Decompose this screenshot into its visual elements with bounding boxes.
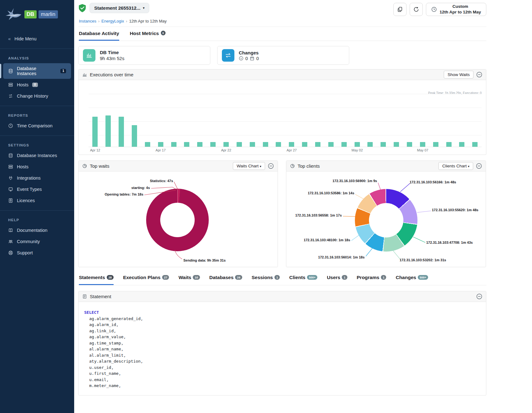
statement-panel-title: Statement [90, 294, 111, 299]
sidebar-item-time-comparison[interactable]: Time Comparison [3, 120, 71, 131]
execution-bar[interactable] [158, 142, 163, 147]
execution-bar[interactable] [171, 142, 176, 147]
execution-bar[interactable] [197, 142, 202, 147]
clients-chart-dropdown[interactable]: Clients Chart ▾ [438, 162, 473, 170]
sidebar-item-community[interactable]: Community [3, 236, 71, 247]
execution-bar[interactable] [237, 142, 242, 147]
execution-bar[interactable] [381, 142, 386, 147]
hide-menu-button[interactable]: « Hide Menu [3, 33, 71, 44]
page-tabs: Database Activity Host Metrics 0 [78, 27, 486, 41]
tab-statements[interactable]: Statements28 [79, 275, 114, 285]
clients-donut[interactable] [355, 189, 417, 252]
sql-line: u.user_id, [84, 365, 486, 371]
db-time-chart-icon [83, 49, 95, 62]
execution-bar[interactable] [446, 142, 452, 147]
time-range-button[interactable]: Custom 12th Apr to 12th May [426, 3, 486, 16]
execution-bar[interactable] [289, 142, 294, 147]
executions-panel: Executions over time Show Waits Peak Tim… [78, 69, 486, 155]
statement-selector-dropdown[interactable]: Statement 2655312... ▾ [90, 3, 149, 13]
tab-clients[interactable]: Clients500+ [289, 275, 317, 285]
execution-bar[interactable] [315, 142, 320, 147]
sidebar-item-hosts[interactable]: Hosts 0 [3, 79, 71, 90]
execution-bar[interactable] [459, 142, 464, 147]
sql-line: aty.alarm_description, [84, 358, 486, 365]
execution-bar[interactable] [132, 125, 137, 147]
collapse-clients-icon[interactable] [476, 163, 482, 169]
sidebar-item-database-instances[interactable]: Database Instances 1 [3, 63, 71, 79]
tab-changes[interactable]: Changes500+ [396, 275, 428, 285]
show-waits-button[interactable]: Show Waits [444, 71, 473, 79]
count-badge: 1 [60, 69, 66, 73]
execution-bar[interactable] [92, 117, 98, 147]
tab-host-metrics[interactable]: Host Metrics 0 [130, 31, 166, 41]
tab-programs[interactable]: Programs1 [357, 275, 386, 285]
x-axis-tick: May 07 [417, 148, 428, 152]
sidebar-item-label: Database Instances [17, 66, 57, 76]
sidebar-item-change-history[interactable]: Change History [3, 91, 71, 101]
execution-bar[interactable] [407, 142, 412, 147]
executions-chart: Peak Time: 1h 33m 29s, Executions: 0 Apr… [79, 80, 486, 155]
tab-users[interactable]: Users1 [327, 275, 347, 285]
sidebar-item-event-types[interactable]: Event Types [3, 184, 71, 195]
tab-execution-plans[interactable]: Execution Plans27 [123, 275, 169, 285]
waits-chart-dropdown[interactable]: Waits Chart ▾ [233, 162, 265, 170]
execution-bar[interactable] [341, 142, 347, 147]
execution-bar[interactable] [263, 142, 268, 147]
sidebar-item-settings-hosts[interactable]: Hosts [3, 161, 71, 172]
sidebar-item-label: Event Types [17, 187, 42, 192]
refresh-button[interactable] [410, 3, 423, 16]
execution-bar[interactable] [472, 142, 478, 147]
caret-down-icon: ▾ [468, 165, 469, 168]
info-icon [239, 56, 243, 61]
sidebar-item-licences[interactable]: Licences [3, 195, 71, 206]
sidebar-item-support[interactable]: Support [3, 247, 71, 258]
x-axis-tick: Apr 27 [287, 148, 297, 152]
execution-bar[interactable] [105, 115, 111, 147]
execution-bar[interactable] [250, 142, 255, 147]
collapse-executions-icon[interactable] [476, 72, 482, 78]
execution-bar[interactable] [433, 142, 438, 147]
execution-bar[interactable] [210, 142, 216, 147]
change-history-icon [8, 94, 13, 99]
execution-bar[interactable] [302, 142, 307, 147]
execution-bar[interactable] [367, 142, 373, 147]
execution-bar[interactable] [276, 142, 281, 147]
sql-statement-text[interactable]: SELECT ag.alarm_generated_id,ag.alarm_id… [79, 302, 486, 395]
statement-panel: Statement SELECT ag.alarm_generated_id,a… [78, 291, 486, 395]
breadcrumb-instance-name[interactable]: EnergyLogix [101, 19, 124, 23]
execution-bar[interactable] [420, 142, 425, 147]
sidebar-item-label: Community [17, 239, 40, 244]
collapse-statement-icon[interactable] [476, 293, 482, 299]
brand-logo[interactable]: DB marlin [0, 0, 74, 29]
shield-check-icon [78, 4, 86, 13]
waits-donut[interactable] [146, 189, 209, 251]
execution-bar[interactable] [328, 142, 334, 147]
breadcrumb-instances[interactable]: Instances [79, 19, 96, 23]
sql-line: ag.link_id, [84, 328, 486, 334]
top-waits-panel: Top waits Waits Chart ▾ Statistics: 47s [78, 161, 278, 267]
metric-cards: DB Time 9h 43m 52s Changes 0 0 [78, 46, 486, 65]
db-time-card: DB Time 9h 43m 52s [78, 46, 210, 65]
tab-sessions[interactable]: Sessions1 [252, 275, 280, 285]
tab-waits[interactable]: Waits10 [178, 275, 200, 285]
chevrons-left-icon: « [8, 36, 11, 41]
changes-info-count: 0 [245, 56, 248, 61]
copy-button[interactable] [393, 3, 407, 16]
sidebar-item-integrations[interactable]: Integrations [3, 173, 71, 183]
licence-icon [8, 198, 13, 203]
sidebar-item-settings-database-instances[interactable]: Database Instances [3, 150, 71, 161]
execution-bar[interactable] [223, 142, 229, 147]
collapse-waits-icon[interactable] [268, 163, 274, 169]
tab-database-activity[interactable]: Database Activity [79, 31, 119, 41]
execution-bar[interactable] [145, 142, 150, 147]
execution-bar[interactable] [184, 142, 189, 147]
execution-bar[interactable] [119, 117, 124, 147]
changes-calendar-count: 0 [256, 56, 259, 61]
execution-bar[interactable] [355, 142, 360, 147]
sidebar-item-label: Hosts [17, 164, 28, 169]
sidebar-item-documentation[interactable]: Documentation [3, 225, 71, 236]
tab-databases[interactable]: Databases26 [209, 275, 242, 285]
pie-chart-icon [82, 164, 87, 168]
client-slice-label: 172.31.16.103:53202: 1m 31s [400, 258, 446, 262]
execution-bar[interactable] [394, 142, 399, 147]
